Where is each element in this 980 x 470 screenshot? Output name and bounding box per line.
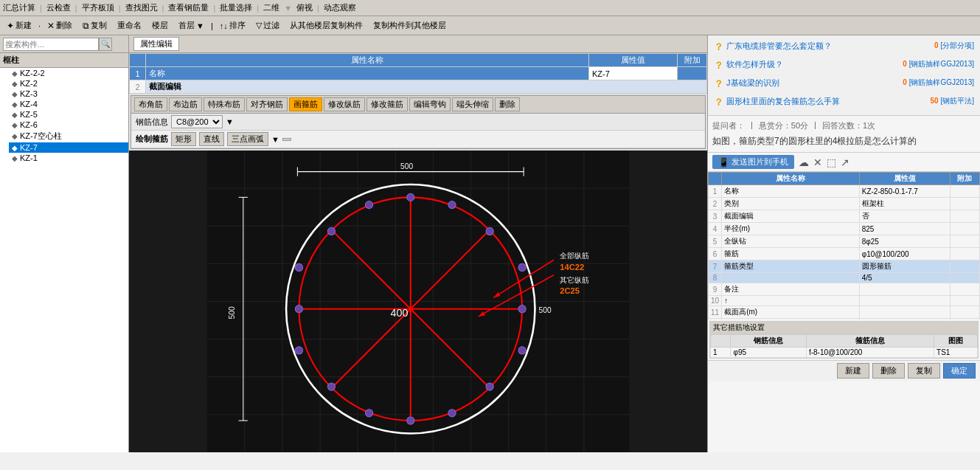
tree-item-kz7hollow[interactable]: ◆ KZ-7空心柱 [9, 130, 128, 142]
sort-button[interactable]: ↑↓ 排序 [216, 18, 249, 33]
qa-item-3[interactable]: ？ 圆形柱里面的复合箍筋怎么手算 50 [钢筋平法] [711, 94, 977, 112]
cloud-icon[interactable]: ☁ [799, 156, 809, 168]
copy-from-button[interactable]: 从其他楼层复制构件 [286, 18, 366, 33]
rename-button[interactable]: 重命名 [114, 18, 145, 33]
floor-select[interactable]: 首层 ▼ [175, 18, 208, 33]
qa-item-0[interactable]: ？ 广东电缆排管要怎么套定额？ 0 [分部分项] [711, 38, 977, 57]
filter-button[interactable]: ▽ 过滤 [252, 18, 283, 33]
sub-header-label: 其它措筋地设置 [713, 322, 765, 333]
right-sub-table: 钢筋信息 箍筋信息 图图 1 φ95 f-8-10@100/200 TS1 [710, 334, 978, 358]
btn-modify-vert[interactable]: 修改纵筋 [324, 97, 365, 111]
toolbar-floor-level[interactable]: 平齐板顶 [82, 2, 114, 13]
qa-badge-0: 0 [分部分项] [934, 41, 974, 51]
btn-delete[interactable]: 删除 [495, 97, 520, 111]
download-icon[interactable]: ⬚ [827, 156, 836, 168]
prop-tab: 属性编辑 [129, 35, 707, 53]
svg-point-37 [295, 347, 302, 354]
rprop-col-num [709, 173, 722, 185]
prop-name-value[interactable]: KZ-7 [589, 67, 678, 80]
prop-area: 属性名称 属性值 附加 1 名称 KZ-7 2 截面编辑 [129, 53, 707, 94]
share-icon[interactable]: ↗ [841, 156, 849, 168]
toolbar-2d[interactable]: 二维 [263, 2, 279, 13]
btn-corner-rebar[interactable]: 布角筋 [134, 97, 167, 111]
prop-tab-button[interactable]: 属性编辑 [133, 37, 179, 51]
svg-point-25 [407, 417, 414, 424]
btn-special-rebar[interactable]: 特殊布筋 [204, 97, 245, 111]
svg-text:400: 400 [391, 307, 409, 319]
draw-arc-btn[interactable]: 三点画弧 [227, 132, 268, 146]
sub-col1-1: φ95 [731, 348, 807, 358]
toolbar-view-rebar[interactable]: 查看钢筋量 [168, 2, 209, 13]
rprop-name-3: 半径(m) [722, 223, 860, 235]
rprop-num-3: 4 [709, 223, 722, 235]
search-input[interactable] [3, 38, 99, 51]
svg-text:全部纵筋: 全部纵筋 [560, 252, 589, 260]
btn-draw-stirrup[interactable]: 画箍筋 [289, 97, 322, 111]
copy-to-button[interactable]: 复制构件到其他楼层 [369, 18, 450, 33]
prop-col-value: 属性值 [589, 54, 678, 67]
toolbar-summary[interactable]: 汇总计算 [3, 2, 35, 13]
qa-item-1[interactable]: ？ 软件怎样升级？ 0 [钢筋抽样GGJ2013] [711, 57, 977, 75]
new-button[interactable]: ✦ 新建 [3, 18, 35, 33]
tree-item-kz6[interactable]: ◆ KZ-6 [9, 120, 128, 130]
qa-badge-3: 50 [钢筋平法] [931, 96, 974, 106]
right-new-button[interactable]: 新建 [837, 363, 869, 379]
top-toolbar: 汇总计算 | 云检查 | 平齐板顶 | 查找图元 | 查看钢筋量 | 批量选择 … [0, 0, 980, 16]
tree-item-kz4[interactable]: ◆ KZ-4 [9, 99, 128, 109]
qa-icon-3: ？ [714, 96, 723, 109]
rprop-extra-7 [950, 273, 979, 283]
tree-item-kz22[interactable]: ◆ KZ-2-2 [9, 68, 128, 78]
sub-num-1: 1 [711, 348, 731, 358]
btn-align-rebar[interactable]: 对齐钢筋 [246, 97, 288, 111]
rprop-extra-9 [950, 296, 979, 306]
qa-text-1: 软件怎样升级？ [726, 59, 900, 70]
action-bar: 📱 发送图片到手机 ☁ ✕ ⬚ ↗ [708, 153, 980, 172]
tree-item-kz2[interactable]: ◆ KZ-2 [9, 78, 128, 89]
rprop-num-2: 3 [709, 210, 722, 223]
send-photo-button[interactable]: 📱 发送图片到手机 [712, 155, 794, 169]
prop-row-num-1: 1 [130, 67, 146, 80]
rprop-value-9 [859, 296, 950, 306]
btn-end-extend[interactable]: 端头伸缩 [452, 97, 493, 111]
qa-text-2: J基础梁的识别 [726, 77, 900, 89]
toolbar-batch-select[interactable]: 批量选择 [220, 2, 252, 13]
right-sub-panel: 其它措筋地设置 钢筋信息 箍筋信息 图图 1 φ9 [709, 321, 979, 359]
tree-label-kz4: KZ-4 [20, 100, 38, 108]
copy-button[interactable]: ⧉ 复制 [79, 18, 111, 33]
poster-label: 提问者： [712, 120, 745, 131]
draw-rect-btn[interactable]: 矩形 [171, 132, 196, 146]
btn-edit-hook[interactable]: 编辑弯钩 [409, 97, 451, 111]
rebar-info-select[interactable]: C8@200 [171, 115, 223, 128]
prop-col-extra: 附加 [678, 54, 707, 67]
toolbar-dynamic-view[interactable]: 动态观察 [324, 2, 356, 13]
toolbar-cloud-check[interactable]: 云检查 [46, 2, 71, 13]
tree-item-kz5[interactable]: ◆ KZ-5 [9, 109, 128, 120]
right-confirm-button[interactable]: 确定 [943, 363, 976, 379]
rprop-name-8: 备注 [722, 283, 860, 296]
qa-text-3: 圆形柱里面的复合箍筋怎么手算 [726, 96, 928, 107]
tree-item-kz1[interactable]: ◆ KZ-1 [9, 153, 128, 163]
svg-point-33 [448, 201, 456, 209]
btn-modify-stirrup[interactable]: 修改箍筋 [366, 97, 408, 111]
right-copy-button[interactable]: 复制 [908, 363, 940, 379]
layer-button[interactable]: 楼层 [148, 18, 172, 33]
close-icon[interactable]: ✕ [813, 156, 822, 168]
right-prop-row-10: 11 截面高(m) [709, 306, 980, 319]
draw-line-btn[interactable]: 直线 [199, 132, 224, 146]
tree-item-kz3[interactable]: ◆ KZ-3 [9, 89, 128, 99]
tree-item-kz7[interactable]: ◆ KZ-7 [9, 142, 128, 153]
right-prop-row-7: 8 4/5 [709, 273, 980, 283]
delete-button[interactable]: ✕ 删除 [44, 18, 76, 33]
right-delete-button[interactable]: 删除 [872, 363, 905, 379]
canvas-svg: 500 500 500 400 全部纵筋 14C22 其它纵筋 2C25 [129, 151, 707, 452]
toolbar-top-view[interactable]: 俯视 [296, 2, 313, 13]
sub-col-num [711, 335, 731, 348]
qa-item-2[interactable]: ？ J基础梁的识别 0 [钢筋抽样GGJ2013] [711, 75, 977, 94]
toolbar-find[interactable]: 查找图元 [125, 2, 158, 13]
btn-side-rebar[interactable]: 布边筋 [169, 97, 202, 111]
draw-extra-btn[interactable] [282, 138, 291, 141]
tree-icon-kz5: ◆ [12, 111, 18, 119]
search-button[interactable]: 🔍 [99, 38, 112, 51]
svg-point-39 [518, 347, 526, 354]
question-text: 如图，箍筋类型7的圆形柱里的4根拉筋是怎么计算的 [712, 134, 976, 148]
